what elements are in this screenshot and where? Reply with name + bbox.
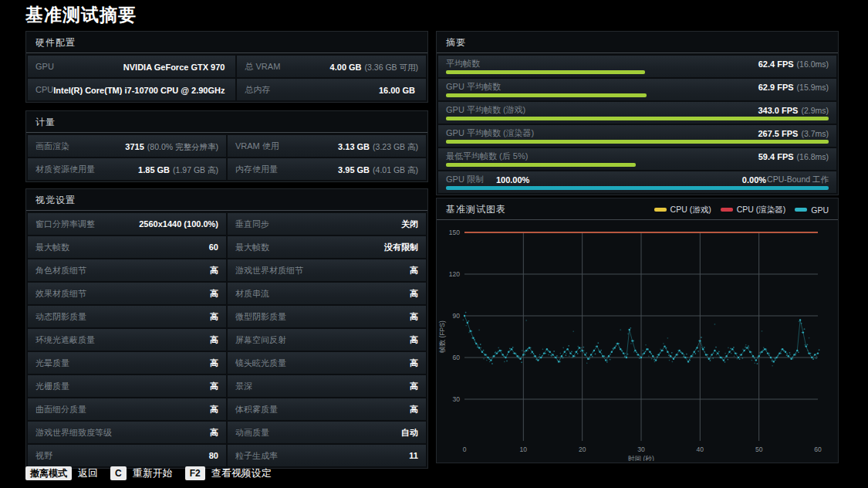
chart-panel: 基准测试图表 CPU (游戏) CPU (渲染器) GPU (436, 198, 839, 463)
summary-note: (16.8ms) (797, 152, 829, 161)
row-label: 总内存 (245, 84, 270, 96)
row-value: 4.00 GB (330, 63, 362, 72)
fps-bar (446, 93, 647, 97)
fps-bar (446, 70, 645, 74)
setting-row: 效果材质细节高 (28, 283, 226, 304)
footer-back-button[interactable]: 撤离模式 返回 (25, 466, 98, 480)
setting-label: 窗口分辨率调整 (35, 219, 95, 230)
svg-text:时间 (秒): 时间 (秒) (628, 455, 654, 461)
row-note: (3.36 GB 可用) (365, 63, 418, 72)
summary-row-gpu-avg-fps: GPU 平均帧数 62.9 FPS (15.9ms) (438, 79, 836, 100)
setting-label: 镜头眩光质量 (235, 358, 286, 369)
setting-value: 自动 (401, 427, 418, 439)
summary-panel: 摘要 平均帧数 62.4 FPS (16.0ms) GPU 平均帧数 6 (436, 31, 839, 195)
summary-label: 最低平均帧数 (后 5%) (446, 151, 528, 162)
f2-keycap: F2 (185, 466, 205, 480)
setting-label: 游戏世界细致度等级 (35, 427, 112, 439)
fps-bar-track (446, 117, 829, 120)
setting-row: 景深高 (228, 375, 426, 397)
summary-value: 59.4 FPS (758, 152, 794, 161)
summary-row-low-avg-fps: 最低平均帧数 (后 5%) 59.4 FPS (16.8ms) (438, 148, 836, 170)
setting-value: 高 (210, 265, 218, 276)
setting-value: 关闭 (401, 219, 418, 230)
setting-value: 高 (210, 381, 218, 392)
row-label: 画面渲染 (35, 141, 69, 152)
row-label: 内存使用量 (235, 164, 278, 175)
setting-label: 游戏世界材质细节 (235, 265, 303, 276)
footer-video-settings-button[interactable]: F2 查看视频设定 (185, 466, 272, 480)
c-keycap: C (110, 466, 127, 480)
fps-bar (446, 163, 636, 167)
setting-row: 角色材质细节高 (28, 259, 226, 281)
fps-bar-track (446, 93, 829, 97)
svg-text:60: 60 (814, 446, 822, 453)
legend-item-gpu: GPU (795, 205, 829, 215)
setting-value: 高 (410, 265, 418, 276)
legend-swatch-yellow (654, 208, 667, 212)
row-label: GPU (35, 62, 54, 71)
summary-value: 343.0 FPS (758, 106, 798, 115)
svg-text:0: 0 (463, 446, 467, 453)
metrics-row-memory-usage: 内存使用量 3.95 GB(4.01 GB 高) (228, 158, 426, 180)
setting-row: 光晕质量高 (28, 352, 226, 374)
setting-row: 光栅质量高 (28, 375, 226, 397)
svg-text:帧数 (FPS): 帧数 (FPS) (438, 320, 446, 353)
summary-value: 62.9 FPS (758, 83, 794, 92)
row-value: 1.85 GB (138, 165, 170, 175)
summary-row-gpu-avg-fps-game: GPU 平均帧数 (游戏) 343.0 FPS (2.9ms) (438, 102, 836, 124)
setting-label: 视野 (35, 450, 52, 462)
setting-value: 高 (410, 381, 418, 392)
hardware-panel: 硬件配置 GPU NVIDIA GeForce GTX 970 总 VRAM 4… (25, 31, 428, 103)
footer-restart-button[interactable]: C 重新开始 (110, 466, 173, 480)
svg-text:20: 20 (579, 446, 586, 453)
setting-label: 材质串流 (235, 288, 269, 300)
setting-row: 粒子生成率11 (228, 445, 426, 466)
escape-keycap: 撤离模式 (25, 466, 72, 480)
setting-row: 游戏世界细致度等级高 (28, 422, 226, 443)
chart-panel-title: 基准测试图表 (446, 203, 506, 216)
fps-bar-track (446, 163, 829, 167)
svg-text:10: 10 (520, 446, 528, 453)
row-note: (3.23 GB 高) (373, 142, 418, 151)
chart-legend: CPU (游戏) CPU (渲染器) GPU (654, 205, 829, 215)
footer-bar: 撤离模式 返回 C 重新开始 F2 查看视频设定 (25, 466, 272, 480)
summary-label-value: 100.00% (496, 175, 529, 185)
setting-row: 最大帧数60 (28, 236, 226, 258)
setting-value: 高 (410, 358, 418, 369)
svg-text:150: 150 (449, 229, 460, 236)
benchmark-fps-chart: 3060901201500102030405060时间 (秒)帧数 (FPS) (437, 220, 838, 461)
chart-header: 基准测试图表 CPU (游戏) CPU (渲染器) GPU (437, 198, 838, 220)
svg-text:90: 90 (453, 312, 461, 320)
metrics-rows: 画面渲染 3715(80.0% 完整分辨率) VRAM 使用 3.13 GB(3… (26, 133, 427, 181)
page-title: 基准测试摘要 (25, 3, 137, 27)
setting-label: 效果材质细节 (35, 288, 86, 300)
setting-row: 曲面细分质量高 (28, 398, 226, 420)
summary-label: GPU 平均帧数 (游戏) (446, 104, 525, 116)
row-value: 3715 (125, 142, 144, 151)
visual-settings-rows: 窗口分辨率调整2560x1440 (100.0%) 垂直同步关闭 最大帧数60 … (26, 211, 427, 468)
setting-value: 高 (210, 334, 218, 346)
setting-value: 60 (209, 242, 218, 252)
setting-label: 动画质量 (235, 427, 269, 439)
setting-value: 高 (210, 427, 218, 439)
summary-row-gpu-bound: GPU 限制 100.00% 0.00% CPU-Bound 工作 (438, 171, 836, 193)
summary-label: GPU 平均帧数 (446, 81, 501, 93)
hardware-row-cpu: CPU Intel(R) Core(TM) i7-10700 CPU @ 2.9… (28, 79, 235, 100)
summary-value: 0.00% (742, 175, 766, 185)
summary-note: (15.9ms) (797, 83, 829, 92)
summary-label: GPU 限制 (446, 174, 484, 185)
svg-text:30: 30 (637, 446, 645, 453)
setting-row: 游戏世界材质细节高 (228, 259, 426, 281)
gpu-bound-bar-track (446, 186, 829, 190)
setting-row: 体积雾质量高 (228, 398, 426, 420)
hardware-row-gpu: GPU NVIDIA GeForce GTX 970 (28, 56, 235, 77)
setting-value: 2560x1440 (100.0%) (139, 219, 218, 229)
setting-value: 高 (210, 311, 218, 323)
summary-note: CPU-Bound 工作 (767, 175, 829, 185)
setting-value: 高 (210, 288, 218, 300)
setting-value: 没有限制 (384, 242, 418, 253)
summary-note: (3.7ms) (801, 129, 829, 138)
setting-row: 最大帧数没有限制 (228, 236, 426, 258)
row-label: 材质资源使用量 (35, 164, 95, 175)
benchmark-summary-screen: 基准测试摘要 硬件配置 GPU NVIDIA GeForce GTX 970 总… (0, 0, 868, 488)
